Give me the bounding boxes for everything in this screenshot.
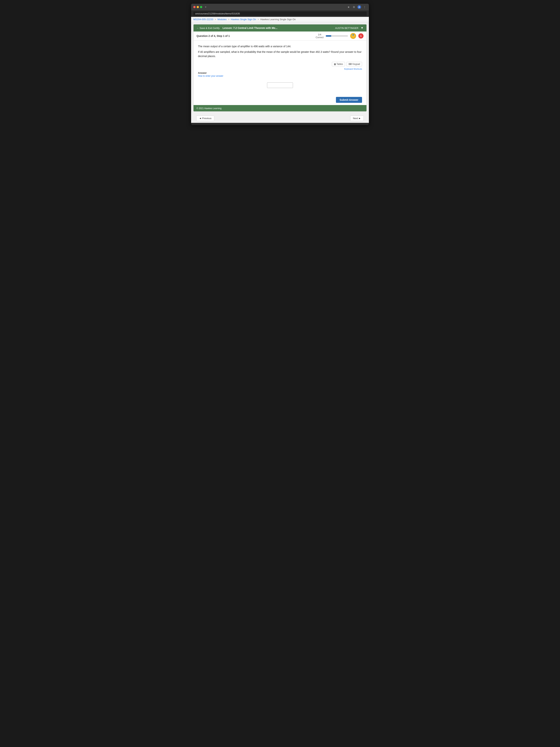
progress-bar-fill — [326, 35, 331, 37]
previous-button[interactable]: ◄ Previous — [196, 115, 214, 121]
browser-icons: ★ ⚙ A ⋮ — [347, 5, 367, 9]
browser-controls — [193, 6, 202, 8]
tables-label: Tables — [337, 63, 343, 66]
submit-row: Submit Answer — [193, 95, 367, 105]
minimize-btn[interactable] — [197, 6, 199, 8]
footer-copyright: © 2021 Hawkes Learning — [196, 107, 221, 110]
correct-label: Correct — [316, 36, 323, 39]
answer-input-row — [198, 82, 362, 88]
header-left: ← Save & Exit Certify Lesson: 7.2 Centra… — [196, 26, 277, 29]
breadcrumb-sep-2: > — [228, 18, 230, 21]
url-text: om/courses/21208/modules/items/531635 — [195, 12, 240, 15]
save-exit-button[interactable]: ← Save & Exit Certify — [196, 27, 220, 29]
streak-badge: 1 — [358, 33, 364, 38]
close-btn[interactable] — [193, 6, 195, 8]
answer-section: ▦ Tables ⌨ Keypad Keyboard Shortcuts Ans… — [198, 62, 362, 79]
how-to-link[interactable]: How to enter your answer — [198, 75, 362, 77]
keypad-label: Keypad — [352, 63, 360, 66]
tables-icon: ▦ — [334, 63, 336, 66]
browser-menu-icon[interactable]: ⋮ — [363, 5, 367, 9]
tools-bar: ▦ Tables ⌨ Keypad — [198, 62, 362, 66]
progress-bar-container — [326, 35, 348, 37]
address-bar-row: om/courses/21208/modules/items/531635 — [191, 10, 369, 17]
new-tab-button[interactable]: + — [204, 5, 208, 9]
medal-icon: 🥇 — [350, 33, 356, 39]
browser-titlebar: + ★ ⚙ A ⋮ — [191, 4, 369, 10]
breadcrumb-course[interactable]: MS204-005-22233 — [193, 18, 213, 21]
breadcrumb-hawkes-sso[interactable]: Hawkes Single Sign On — [231, 18, 256, 21]
hawkes-panel: ← Save & Exit Certify Lesson: 7.2 Centra… — [193, 24, 367, 111]
answer-input[interactable] — [267, 82, 293, 88]
panel-footer: © 2021 Hawkes Learning — [193, 105, 367, 111]
address-bar[interactable]: om/courses/21208/modules/items/531635 — [193, 11, 367, 16]
header-right: AUSTIN BETTINGER ▼ — [335, 26, 364, 30]
browser-tabs: + — [204, 5, 345, 9]
question-body: The mean output of a certain type of amp… — [193, 41, 367, 95]
answer-label: Answer — [198, 72, 362, 74]
tables-button[interactable]: ▦ Tables — [332, 62, 345, 66]
breadcrumb-sep-3: > — [258, 18, 259, 21]
keyboard-shortcuts-link[interactable]: Keyboard Shortcuts — [198, 68, 362, 70]
fraction-value: 1/4 — [316, 33, 323, 36]
submit-answer-button[interactable]: Submit Answer — [336, 97, 362, 103]
user-name: AUSTIN BETTINGER — [335, 27, 358, 29]
breadcrumb-sep-1: > — [215, 18, 216, 21]
question-text-2: If 40 amplifiers are sampled, what is th… — [198, 50, 362, 58]
navigation-row: ◄ Previous Next ► — [193, 114, 367, 123]
panel-header: ← Save & Exit Certify Lesson: 7.2 Centra… — [193, 24, 367, 31]
question-info-bar: Question 2 of 4, Step 1 of 1 1/4 Correct… — [193, 31, 367, 41]
account-icon[interactable]: A — [357, 5, 361, 9]
progress-fraction: 1/4 Correct — [316, 33, 323, 39]
breadcrumb-current: Hawkes Learning Single Sign On — [260, 18, 296, 21]
content-area: MS204-005-22233 > Modules > Hawkes Singl… — [191, 17, 369, 123]
maximize-btn[interactable] — [200, 6, 202, 8]
bookmark-icon[interactable]: ★ — [347, 5, 351, 9]
question-text-1: The mean output of a certain type of amp… — [198, 44, 362, 48]
lesson-title: Lesson: 7.2 Central Limit Theorem with M… — [222, 26, 277, 29]
keypad-button[interactable]: ⌨ Keypad — [346, 62, 362, 66]
question-label: Question 2 of 4, Step 1 of 1 — [196, 34, 230, 37]
next-button[interactable]: Next ► — [350, 115, 364, 121]
user-dropdown[interactable]: ▼ — [361, 26, 364, 30]
keypad-icon: ⌨ — [348, 63, 352, 66]
extensions-icon[interactable]: ⚙ — [352, 5, 356, 9]
progress-section: 1/4 Correct 🥇 1 — [316, 33, 364, 39]
breadcrumb-modules[interactable]: Modules — [218, 18, 227, 21]
breadcrumb: MS204-005-22233 > Modules > Hawkes Singl… — [191, 17, 369, 22]
